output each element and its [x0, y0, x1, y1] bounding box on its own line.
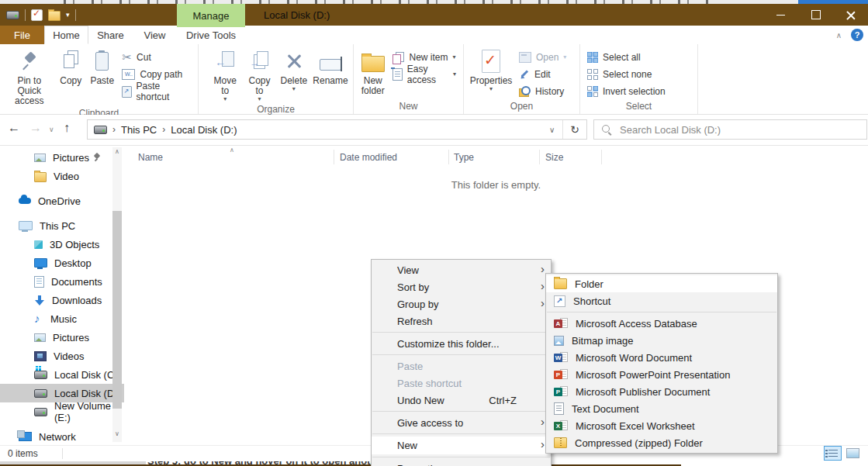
cut-button[interactable]: Cut: [118, 49, 195, 66]
sidebar-item-videos[interactable]: Videos: [0, 347, 124, 365]
scrollbar-thumb[interactable]: [112, 211, 122, 409]
dropdown-icon[interactable]: [66, 11, 70, 19]
tab-share[interactable]: Share: [88, 26, 133, 44]
checkbox-icon[interactable]: [31, 9, 43, 21]
pin-to-quick-access-button[interactable]: Pin to Quick access: [3, 47, 56, 108]
search-input[interactable]: [618, 123, 862, 136]
sidebar-item-network[interactable]: Network: [0, 427, 124, 446]
excel-icon: X: [554, 419, 568, 432]
videos-icon: [34, 351, 47, 361]
cut-icon: [122, 50, 132, 64]
submenu-item-excel-worksheet[interactable]: X Microsoft Excel Worksheet: [546, 417, 777, 434]
sidebar-item-desktop[interactable]: Desktop: [0, 254, 124, 272]
column-divider[interactable]: [539, 150, 540, 164]
menu-item-undo-new[interactable]: Undo New Ctrl+Z: [372, 392, 551, 409]
copy-to-button[interactable]: Copy to: [242, 47, 276, 104]
collapse-ribbon-icon[interactable]: [836, 31, 842, 40]
rename-button[interactable]: Rename: [311, 47, 350, 88]
address-bar[interactable]: This PC Local Disk (D:): [87, 119, 587, 140]
new-folder-button[interactable]: New folder: [357, 47, 389, 98]
folder-icon[interactable]: [48, 11, 61, 21]
close-button[interactable]: [833, 4, 868, 26]
sidebar-item-downloads[interactable]: Downloads: [0, 291, 124, 309]
menu-item-give-access-to[interactable]: Give access to: [372, 414, 551, 431]
easy-access-button[interactable]: Easy access: [389, 66, 460, 83]
address-dropdown-icon[interactable]: [541, 126, 562, 134]
sidebar-item-music[interactable]: Music: [0, 309, 124, 328]
sidebar-item-3d-objects[interactable]: 3D Objects: [0, 235, 124, 254]
sidebar-item-onedrive[interactable]: OneDrive: [0, 192, 124, 210]
delete-button[interactable]: Delete: [277, 47, 311, 94]
minimize-button[interactable]: [763, 4, 798, 26]
submenu-item-shortcut[interactable]: Shortcut: [546, 292, 777, 309]
sidebar-item-documents[interactable]: Documents: [0, 272, 124, 291]
dropdown-icon: [223, 96, 227, 102]
menu-item-properties[interactable]: Properties: [372, 460, 551, 466]
edit-button[interactable]: Edit: [515, 66, 570, 83]
select-none-button[interactable]: Select none: [583, 66, 669, 83]
back-button[interactable]: [8, 121, 20, 135]
ribbon-group-organize: Move to Copy to Delete Rename: [199, 44, 354, 114]
menu-item-sort-by[interactable]: Sort by: [372, 278, 551, 295]
submenu-item-compressed-folder[interactable]: Compressed (zipped) Folder: [546, 434, 777, 451]
column-header-size[interactable]: Size: [545, 152, 563, 163]
large-icons-view-button[interactable]: [844, 446, 862, 461]
details-view-button[interactable]: [824, 446, 842, 461]
tab-view[interactable]: View: [133, 26, 177, 44]
submenu-item-publisher-document[interactable]: P Microsoft Publisher Document: [546, 383, 777, 400]
column-divider[interactable]: [448, 150, 449, 164]
menu-item-customize-this-folder[interactable]: Customize this folder...: [372, 335, 551, 352]
submenu-item-text-document[interactable]: Text Document: [546, 400, 777, 417]
column-header-date-modified[interactable]: Date modified: [340, 152, 397, 163]
column-divider[interactable]: [334, 150, 334, 164]
maximize-button[interactable]: [798, 4, 833, 26]
menu-separator: [372, 411, 550, 412]
move-to-button[interactable]: Move to: [208, 47, 242, 104]
history-button[interactable]: History: [515, 83, 570, 100]
properties-button[interactable]: Properties: [467, 47, 515, 94]
submenu-item-powerpoint-presentation[interactable]: P Microsoft PowerPoint Presentation: [546, 366, 777, 383]
paste-shortcut-button[interactable]: Paste shortcut: [118, 83, 195, 100]
sidebar-item-new-volume-e[interactable]: New Volume (E:): [0, 402, 124, 421]
scroll-up-icon[interactable]: [112, 147, 122, 157]
sidebar-item-pictures-quick[interactable]: Pictures: [0, 148, 124, 167]
menu-item-view[interactable]: View: [372, 261, 551, 278]
folder-icon: [554, 278, 567, 289]
forward-button[interactable]: [29, 121, 42, 135]
invert-selection-button[interactable]: Invert selection: [583, 83, 669, 100]
breadcrumb-local-disk-d[interactable]: Local Disk (D:): [171, 124, 237, 136]
up-button[interactable]: [64, 121, 70, 135]
tab-manage[interactable]: Manage: [177, 4, 245, 27]
submenu-item-access-database[interactable]: A Microsoft Access Database: [546, 315, 777, 332]
search-box[interactable]: [593, 119, 867, 140]
empty-folder-message: This folder is empty.: [124, 179, 868, 191]
sidebar-item-this-pc[interactable]: This PC: [0, 216, 124, 235]
copy-button[interactable]: Copy: [56, 47, 87, 88]
scroll-down-icon[interactable]: [112, 430, 122, 439]
sidebar-item-video[interactable]: Video: [0, 167, 124, 185]
submenu-item-bitmap-image[interactable]: Bitmap image: [546, 332, 777, 349]
column-header-name[interactable]: Name: [138, 152, 163, 163]
submenu-arrow-icon: [541, 262, 545, 275]
recent-locations-icon[interactable]: [49, 126, 54, 133]
select-all-button[interactable]: Select all: [583, 49, 669, 66]
tab-drive-tools[interactable]: Drive Tools: [177, 26, 245, 44]
help-icon[interactable]: [851, 29, 863, 41]
submenu-item-word-document[interactable]: W Microsoft Word Document: [546, 349, 777, 366]
paste-button[interactable]: Paste: [86, 47, 118, 88]
menu-item-group-by[interactable]: Group by: [372, 295, 551, 312]
refresh-icon[interactable]: [563, 123, 586, 136]
tab-file[interactable]: File: [0, 26, 44, 44]
sidebar-item-pictures[interactable]: Pictures: [0, 328, 124, 347]
menu-item-new[interactable]: New: [372, 437, 551, 454]
sidebar-scrollbar[interactable]: [112, 147, 122, 442]
sidebar-item-local-disk-c[interactable]: Local Disk (C:): [0, 365, 124, 384]
tab-home[interactable]: Home: [44, 26, 88, 44]
column-divider[interactable]: [601, 150, 602, 164]
submenu-item-folder[interactable]: Folder: [546, 275, 777, 292]
move-to-icon: [215, 51, 235, 71]
divider: [62, 448, 63, 459]
breadcrumb-this-pc[interactable]: This PC: [121, 124, 157, 136]
menu-item-refresh[interactable]: Refresh: [372, 312, 551, 330]
column-header-type[interactable]: Type: [454, 152, 474, 163]
